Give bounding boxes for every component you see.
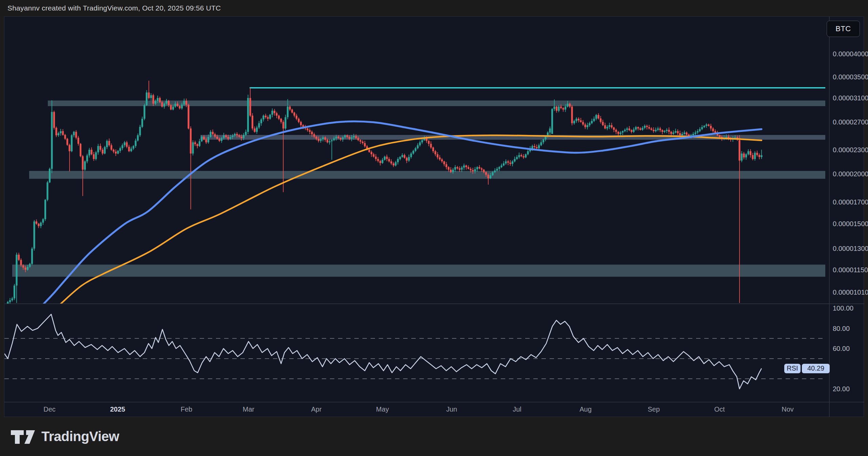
candle-body <box>428 141 430 144</box>
candle-body <box>267 117 269 119</box>
candle-body <box>269 115 271 119</box>
time-axis-label: Jul <box>513 405 521 413</box>
candle-body <box>553 106 555 109</box>
candle-body <box>679 133 681 135</box>
candle-body <box>756 153 758 155</box>
candle-body <box>133 146 134 149</box>
candle-body <box>342 137 343 139</box>
candle-body <box>86 156 88 162</box>
candle-body <box>697 131 698 133</box>
candle-body <box>351 137 352 139</box>
candle-body <box>584 124 586 127</box>
candle-body <box>403 155 405 158</box>
price-axis-label: 0.00001300 <box>833 245 868 253</box>
candle-body <box>662 130 663 132</box>
candle-body <box>331 140 333 141</box>
candle-body <box>478 167 480 168</box>
time-axis-label: Dec <box>43 405 56 413</box>
candle-body <box>364 143 366 146</box>
candlestick-chart-canvas[interactable] <box>4 17 864 417</box>
candle-body <box>31 249 33 264</box>
candle-body <box>111 145 112 150</box>
rsi-line <box>4 314 762 389</box>
chart-area[interactable]: BTC 0.00003288 0.00002228 14:03:41 0.000… <box>4 16 864 417</box>
candle-body <box>710 126 712 128</box>
price-pane[interactable] <box>7 81 825 305</box>
candle-body <box>327 140 328 142</box>
candle-body <box>719 135 721 137</box>
candle-body <box>573 121 575 123</box>
candle-body <box>208 137 209 142</box>
price-scale[interactable]: 0.00003288 0.00002228 14:03:41 0.0000400… <box>829 17 864 402</box>
candle-body <box>512 161 513 164</box>
candle-body <box>481 168 482 170</box>
rsi-axis-label: 100.00 <box>833 304 853 312</box>
candle-body <box>232 136 233 137</box>
candle-body <box>71 135 73 151</box>
time-axis-label: 2025 <box>110 405 125 413</box>
candle-body <box>606 127 608 128</box>
candle-body <box>18 255 20 260</box>
candle-body <box>459 168 460 170</box>
candle-body <box>159 98 161 102</box>
candle-body <box>571 106 573 123</box>
candle-body <box>637 127 639 128</box>
time-axis-label: Apr <box>311 405 321 413</box>
candle-body <box>307 128 308 130</box>
candle-body <box>664 131 665 132</box>
candle-body <box>29 264 31 267</box>
candle-body <box>461 167 462 170</box>
candle-body <box>284 117 286 128</box>
candle-body <box>93 154 95 159</box>
candle-body <box>406 158 408 160</box>
candle-body <box>474 169 476 171</box>
candle-body <box>699 129 701 131</box>
candle-body <box>199 141 200 146</box>
candle-body <box>357 138 359 140</box>
price-axis-label: 0.00001010 <box>833 289 868 296</box>
candle-body <box>353 136 355 137</box>
candle-body <box>659 128 661 130</box>
candle-body <box>692 134 694 135</box>
tradingview-logo[interactable]: TradingView <box>10 429 119 445</box>
candle-body <box>58 133 59 135</box>
rsi-indicator-label[interactable]: RSI <box>784 364 801 373</box>
candle-body <box>644 126 646 128</box>
candle-body <box>163 104 165 107</box>
candle-body <box>88 150 90 156</box>
candle-body <box>172 106 174 110</box>
candle-body <box>291 110 293 113</box>
candle-body <box>177 104 178 106</box>
time-axis-label: May <box>376 405 389 413</box>
candle-body <box>450 170 452 172</box>
rsi-pane[interactable] <box>4 314 825 389</box>
candle-body <box>196 144 198 146</box>
price-axis-label: 0.00003500 <box>833 73 868 81</box>
candle-body <box>333 138 335 140</box>
candle-body <box>243 135 244 138</box>
candle-body <box>64 135 66 139</box>
candle-body <box>668 130 670 132</box>
candle-body <box>483 170 485 172</box>
candle-body <box>53 112 55 128</box>
time-axis-label: Sep <box>648 405 660 413</box>
candle-body <box>95 152 97 159</box>
candle-body <box>216 137 218 139</box>
candle-body <box>565 106 566 110</box>
candle-body <box>77 138 79 144</box>
candle-body <box>747 151 749 154</box>
candle-body <box>210 132 211 137</box>
candle-body <box>106 141 108 147</box>
candle-body <box>22 265 24 268</box>
candle-body <box>706 124 707 126</box>
candle-body <box>340 138 341 139</box>
candle-body <box>675 131 676 133</box>
candle-body <box>80 144 81 156</box>
candle-body <box>315 137 317 139</box>
time-axis-label: Nov <box>782 405 794 413</box>
candle-body <box>490 175 491 178</box>
time-scale[interactable]: Dec2025FebMarAprMayJunJulAugSepOctNov <box>4 402 830 417</box>
candle-body <box>538 145 540 148</box>
candle-body <box>274 111 275 113</box>
candle-body <box>346 135 348 137</box>
